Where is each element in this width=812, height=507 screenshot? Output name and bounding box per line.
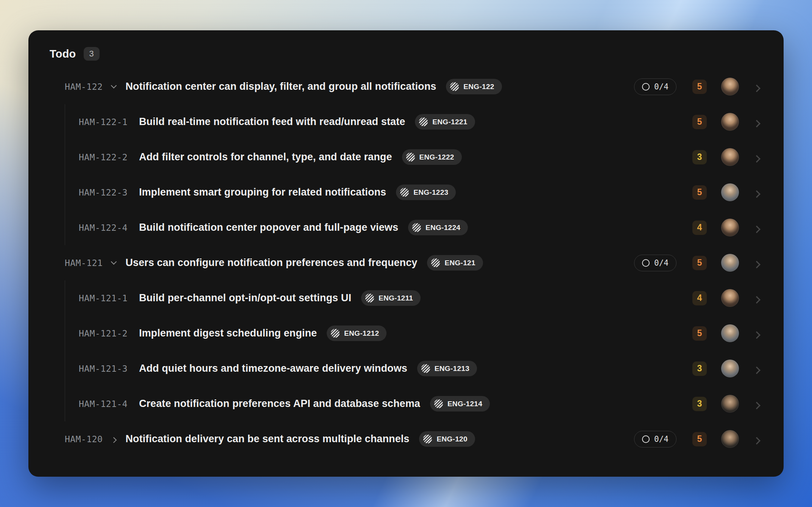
issue-id: HAM-121-1 xyxy=(79,293,128,303)
issue-tag-badge[interactable]: ENG-121 xyxy=(427,255,483,271)
issue-tag-label: ENG-1222 xyxy=(419,153,454,161)
progress-text: 0/4 xyxy=(654,258,669,268)
avatar[interactable] xyxy=(721,219,739,236)
avatar[interactable] xyxy=(721,395,739,413)
issue-row[interactable]: HAM-121-4 Create notification preference… xyxy=(65,386,762,421)
avatar[interactable] xyxy=(721,289,739,307)
issue-tag-badge[interactable]: ENG-1221 xyxy=(415,114,475,130)
issue-row[interactable]: HAM-120 Notification delivery can be sen… xyxy=(50,421,762,457)
chevron-right-icon[interactable] xyxy=(751,398,762,410)
progress-pill: 0/4 xyxy=(634,431,676,448)
eng-logo-icon xyxy=(450,82,459,91)
issue-title: Build per-channel opt-in/opt-out setting… xyxy=(139,292,351,304)
issue-tag-badge[interactable]: ENG-1211 xyxy=(361,290,421,306)
eng-logo-icon xyxy=(421,364,430,373)
chevron-right-icon[interactable] xyxy=(751,293,762,304)
issue-id: HAM-122-2 xyxy=(79,152,128,162)
issue-row[interactable]: HAM-122-2 Add filter controls for channe… xyxy=(65,139,762,175)
eng-logo-icon xyxy=(412,223,421,232)
points-badge: 5 xyxy=(692,256,707,270)
issue-tag-badge[interactable]: ENG-1212 xyxy=(327,325,387,341)
chevron-right-icon[interactable] xyxy=(751,116,762,128)
panel-header: Todo 3 xyxy=(50,47,762,61)
issue-id: HAM-121-4 xyxy=(79,399,128,409)
progress-text: 0/4 xyxy=(654,82,669,91)
avatar[interactable] xyxy=(721,254,739,272)
issue-title: Users can configure notification prefere… xyxy=(125,257,417,269)
section-count-badge: 3 xyxy=(84,47,100,61)
avatar[interactable] xyxy=(721,78,739,95)
issue-row[interactable]: HAM-121-2 Implement digest scheduling en… xyxy=(65,316,762,351)
chevron-right-icon[interactable] xyxy=(751,152,762,163)
issue-tag-badge[interactable]: ENG-1213 xyxy=(417,361,477,376)
issue-tag-label: ENG-1211 xyxy=(379,294,413,302)
avatar[interactable] xyxy=(721,183,739,201)
eng-logo-icon xyxy=(400,188,409,197)
issue-row[interactable]: HAM-121-1 Build per-channel opt-in/opt-o… xyxy=(65,280,762,316)
issue-tag-badge[interactable]: ENG-120 xyxy=(419,431,475,447)
issue-tag-badge[interactable]: ENG-1223 xyxy=(396,185,456,200)
progress-ring-icon xyxy=(642,435,650,443)
issue-title: Build real-time notification feed with r… xyxy=(139,116,405,128)
issue-tag-badge[interactable]: ENG-1214 xyxy=(430,396,490,412)
avatar[interactable] xyxy=(721,430,739,448)
issue-tag-label: ENG-120 xyxy=(436,435,467,443)
issue-title: Add filter controls for channel, type, a… xyxy=(139,151,392,163)
issue-tag-badge[interactable]: ENG-1224 xyxy=(408,220,468,235)
points-badge: 5 xyxy=(692,115,707,129)
progress-ring-icon xyxy=(642,259,650,267)
issue-row[interactable]: HAM-122-1 Build real-time notification f… xyxy=(65,104,762,139)
chevron-down-icon[interactable] xyxy=(109,82,118,92)
eng-logo-icon xyxy=(365,293,374,303)
chevron-right-icon[interactable] xyxy=(751,328,762,339)
chevron-down-icon[interactable] xyxy=(109,258,118,268)
issue-tag-label: ENG-1224 xyxy=(425,224,460,232)
issue-tag-label: ENG-1221 xyxy=(432,118,467,126)
issue-tag-badge[interactable]: ENG-122 xyxy=(446,79,502,94)
points-badge: 4 xyxy=(692,291,707,305)
issue-tag-label: ENG-1213 xyxy=(435,365,469,373)
issue-row[interactable]: HAM-121-3 Add quiet hours and timezone-a… xyxy=(65,351,762,386)
chevron-right-icon[interactable] xyxy=(751,81,762,92)
issue-tag-label: ENG-1214 xyxy=(447,400,482,408)
chevron-right-icon[interactable] xyxy=(751,222,762,233)
issue-list: HAM-122 Notification center can display,… xyxy=(50,69,762,457)
issue-id: HAM-122-1 xyxy=(79,117,128,127)
issue-tag-badge[interactable]: ENG-1222 xyxy=(402,149,462,165)
issue-id: HAM-121 xyxy=(65,258,103,268)
chevron-right-icon[interactable] xyxy=(751,433,762,445)
issue-tag-label: ENG-122 xyxy=(463,83,494,91)
issue-tag-label: ENG-121 xyxy=(444,259,475,267)
issue-row[interactable]: HAM-122-3 Implement smart grouping for r… xyxy=(65,175,762,210)
issue-title: Add quiet hours and timezone-aware deliv… xyxy=(139,363,407,374)
sub-issue-group: HAM-122-1 Build real-time notification f… xyxy=(65,104,762,245)
chevron-right-icon[interactable] xyxy=(751,187,762,198)
points-badge: 5 xyxy=(692,185,707,200)
points-badge: 4 xyxy=(692,221,707,235)
avatar[interactable] xyxy=(721,113,739,131)
sub-issue-group: HAM-121-1 Build per-channel opt-in/opt-o… xyxy=(65,280,762,421)
issue-id: HAM-121-3 xyxy=(79,364,128,374)
progress-pill: 0/4 xyxy=(634,78,676,95)
avatar[interactable] xyxy=(721,148,739,166)
issue-id: HAM-122 xyxy=(65,82,103,92)
chevron-right-icon[interactable] xyxy=(751,257,762,269)
avatar[interactable] xyxy=(721,324,739,342)
progress-pill: 0/4 xyxy=(634,255,676,271)
issue-row[interactable]: HAM-122 Notification center can display,… xyxy=(50,69,762,104)
chevron-right-icon[interactable] xyxy=(109,434,118,444)
eng-logo-icon xyxy=(431,258,440,268)
points-badge: 3 xyxy=(692,361,707,376)
issue-row[interactable]: HAM-121 Users can configure notification… xyxy=(50,245,762,280)
issue-id: HAM-122-4 xyxy=(79,223,128,233)
todo-panel: Todo 3 HAM-122 Notification center can d… xyxy=(28,30,784,477)
chevron-right-icon[interactable] xyxy=(751,363,762,374)
issue-row[interactable]: HAM-122-4 Build notification center popo… xyxy=(65,210,762,245)
eng-logo-icon xyxy=(406,152,415,162)
eng-logo-icon xyxy=(434,399,443,408)
issue-title: Notification delivery can be sent across… xyxy=(125,433,409,445)
progress-text: 0/4 xyxy=(654,435,669,444)
points-badge: 3 xyxy=(692,150,707,164)
points-badge: 5 xyxy=(692,432,707,446)
avatar[interactable] xyxy=(721,360,739,377)
